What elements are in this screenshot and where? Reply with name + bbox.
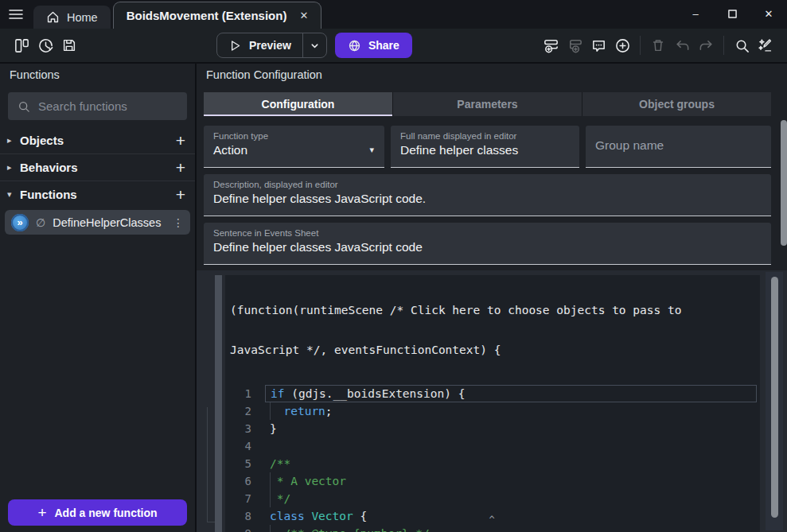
add-new-function-button[interactable]: + Add a new function (8, 499, 187, 526)
line-number: 9 (228, 527, 265, 532)
search-functions-input[interactable]: Search functions (8, 92, 187, 120)
share-label: Share (368, 39, 399, 52)
add-behavior-button[interactable]: + (176, 159, 185, 176)
globe-icon (348, 39, 361, 52)
code-text[interactable]: */ (265, 490, 757, 507)
line-number: 2 (228, 405, 265, 417)
code-text[interactable]: * A vector (265, 472, 757, 490)
save-floppy-icon (61, 37, 77, 53)
chevron-down-icon: ▾ (7, 189, 20, 200)
add-more-button[interactable] (610, 33, 634, 57)
share-button[interactable]: Share (335, 33, 412, 58)
group-name-field[interactable]: Group name (586, 126, 771, 168)
code-line[interactable]: 3} (228, 420, 757, 437)
description-value: Define helper classes JavaScript code. (213, 192, 762, 206)
function-type-select[interactable]: Function type Action ▾ (204, 126, 384, 168)
history-button[interactable] (33, 33, 57, 57)
full-name-field[interactable]: Full name displayed in editor Define hel… (391, 126, 579, 168)
undo-icon (674, 37, 691, 54)
code-line[interactable]: 5/** (228, 455, 757, 472)
line-number: 7 (228, 492, 265, 505)
events-scrollbar-track[interactable] (766, 272, 783, 530)
code-header[interactable]: (function(runtimeScene /* Click here to … (228, 278, 757, 382)
open-editors-panel-button[interactable] (10, 33, 33, 57)
search-events-button[interactable] (730, 33, 754, 57)
config-scrollbar[interactable] (781, 120, 787, 246)
function-item-definehelperclasses[interactable]: » ∅ DefineHelperClasses ⋮ (5, 210, 190, 235)
sentence-field[interactable]: Sentence in Events Sheet Define helper c… (204, 223, 771, 265)
tree-section-objects[interactable]: ▸ Objects + (0, 126, 195, 153)
maximize-button[interactable] (714, 0, 750, 27)
select-arrow-icon: ▾ (369, 145, 374, 155)
home-tab-label: Home (67, 11, 98, 24)
editor-resize-handle[interactable]: ^ (489, 515, 494, 526)
code-text[interactable] (265, 437, 757, 455)
tab-boidsmovement[interactable]: BoidsMovement (Extension) ✕ (113, 2, 322, 29)
delete-button[interactable] (646, 33, 670, 57)
group-name-placeholder: Group name (595, 138, 664, 153)
save-button[interactable] (57, 33, 81, 57)
function-gear-icon: » (11, 214, 29, 231)
maximize-icon (728, 10, 737, 18)
tab-object-groups[interactable]: Object groups (582, 92, 771, 116)
quick-customize-button[interactable] (754, 33, 777, 57)
event-drag-handle[interactable] (215, 275, 222, 532)
magic-pen-icon (757, 37, 774, 54)
code-line[interactable]: 6 * A vector (228, 472, 757, 490)
code-text[interactable]: return; (265, 402, 757, 420)
config-tabs: Configuration Parameters Object groups (204, 92, 771, 116)
add-event-icon (542, 37, 560, 55)
line-number: 1 (228, 387, 265, 400)
active-tab-label: BoidsMovement (Extension) (127, 9, 287, 22)
search-icon (17, 99, 31, 114)
code-line[interactable]: 9 /** @type {number} */ (228, 525, 757, 532)
add-comment-button[interactable] (586, 33, 610, 57)
line-number: 5 (228, 457, 265, 470)
plus-icon: + (37, 504, 46, 522)
events-scrollbar-thumb[interactable] (771, 277, 778, 518)
app-window: Home BoidsMovement (Extension) ✕ – ✕ (0, 0, 787, 532)
tree-section-functions[interactable]: ▾ Functions + (0, 181, 195, 208)
minimize-button[interactable]: – (677, 0, 714, 27)
code-line[interactable]: 7 */ (228, 490, 757, 507)
add-event-button[interactable] (539, 33, 563, 57)
code-line[interactable]: 1if (gdjs.__boidsExtension) { (228, 385, 757, 402)
functions-sidebar: Functions Search functions ▸ Objects + ▸… (0, 64, 197, 532)
preview-button[interactable]: Preview (217, 33, 302, 57)
close-window-button[interactable]: ✕ (750, 0, 787, 27)
sidebar-header: Functions (0, 64, 195, 85)
undo-button[interactable] (670, 33, 694, 57)
tree-section-behaviors[interactable]: ▸ Behaviors + (0, 153, 195, 181)
code-text[interactable]: /** (265, 455, 757, 472)
hamburger-icon (7, 6, 25, 23)
add-object-button[interactable]: + (176, 132, 185, 149)
tab-configuration[interactable]: Configuration (204, 92, 392, 116)
description-field[interactable]: Description, displayed in editor Define … (204, 174, 771, 216)
preview-options-button[interactable] (302, 33, 326, 57)
code-text[interactable]: /** @type {number} */ (265, 525, 757, 532)
add-subevent-button[interactable] (563, 33, 586, 57)
close-tab-icon[interactable]: ✕ (299, 10, 308, 21)
code-text[interactable]: class Vector { (265, 507, 757, 525)
subevent-indent-line (207, 407, 215, 522)
code-line[interactable]: 4 (228, 437, 757, 455)
play-icon (228, 39, 242, 52)
function-options-kebab-icon[interactable]: ⋮ (173, 216, 184, 229)
main-menu-button[interactable] (0, 0, 32, 29)
config-header: Function Configuration (197, 64, 787, 85)
search-placeholder: Search functions (38, 99, 127, 113)
js-code-event[interactable]: (function(runtimeScene /* Click here to … (225, 275, 760, 532)
code-line[interactable]: 2 return; (228, 402, 757, 420)
add-subevent-icon (566, 37, 584, 55)
line-number: 4 (228, 440, 265, 452)
add-function-button[interactable]: + (176, 186, 185, 203)
toolbar-divider-2 (723, 36, 724, 55)
redo-button[interactable] (694, 33, 718, 57)
close-window-icon: ✕ (765, 8, 773, 20)
tab-home[interactable]: Home (33, 6, 111, 29)
code-text[interactable]: if (gdjs.__boidsExtension) { (265, 385, 757, 402)
tab-parameters[interactable]: Parameters (393, 92, 582, 116)
code-text[interactable]: } (265, 420, 757, 437)
chevron-down-icon (310, 41, 320, 51)
code-editor[interactable]: 1if (gdjs.__boidsExtension) {2 return;3}… (228, 385, 757, 532)
